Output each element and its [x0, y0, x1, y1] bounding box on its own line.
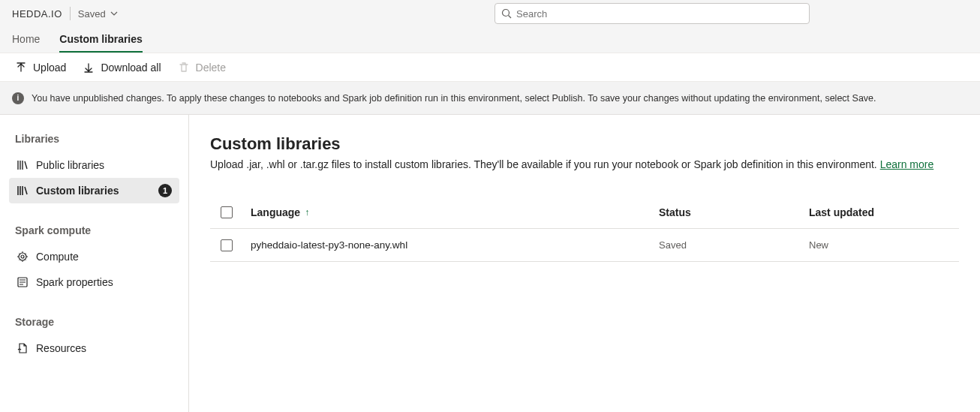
books-icon [17, 159, 29, 171]
delete-label: Delete [196, 62, 226, 74]
info-text: You have unpublished changes. To apply t… [32, 93, 876, 104]
sidebar-item-label: Compute [36, 251, 79, 263]
chevron-down-icon [110, 10, 118, 17]
sidebar-item-public-libraries[interactable]: Public libraries [9, 152, 179, 178]
table-header: Language ↑ Status Last updated [210, 196, 959, 229]
sidebar-section-libraries: Libraries [15, 133, 173, 145]
select-all-checkbox[interactable] [221, 206, 233, 218]
download-all-button[interactable]: Download all [83, 62, 161, 74]
row-select-cell [210, 239, 251, 251]
main-split: Libraries Public libraries Custom librar… [0, 115, 980, 412]
upload-button[interactable]: Upload [15, 62, 66, 74]
sidebar: Libraries Public libraries Custom librar… [0, 115, 189, 412]
search-icon [501, 8, 512, 19]
upload-label: Upload [33, 62, 66, 74]
col-language-label: Language [251, 206, 300, 218]
info-icon: i [12, 92, 24, 104]
search-input[interactable] [516, 8, 803, 20]
saved-label: Saved [78, 8, 106, 20]
tab-custom-libraries[interactable]: Custom libraries [59, 33, 142, 53]
divider [70, 7, 71, 20]
page-subtext: Upload .jar, .whl or .tar.gz files to in… [210, 158, 959, 170]
list-icon [17, 276, 29, 288]
svg-point-0 [503, 10, 510, 17]
cell-last-updated: New [809, 239, 959, 251]
tab-row: Home Custom libraries [0, 27, 980, 53]
svg-line-1 [509, 16, 512, 19]
search-container [495, 3, 810, 24]
sidebar-item-label: Custom libraries [36, 185, 119, 197]
sidebar-section-spark-compute: Spark compute [15, 224, 173, 236]
delete-button: Delete [178, 62, 226, 74]
download-icon [83, 62, 95, 74]
sidebar-item-spark-properties[interactable]: Spark properties [9, 269, 179, 295]
page-heading: Custom libraries [210, 134, 959, 154]
table-row[interactable]: pyheddaio-latest-py3-none-any.whl Saved … [210, 229, 959, 262]
col-status[interactable]: Status [659, 206, 809, 218]
sidebar-item-resources[interactable]: Resources [9, 335, 179, 361]
saved-dropdown[interactable]: Saved [78, 8, 118, 20]
download-all-label: Download all [101, 62, 161, 74]
content-area: Custom libraries Upload .jar, .whl or .t… [189, 115, 980, 412]
learn-more-link[interactable]: Learn more [880, 158, 934, 170]
svg-point-3 [21, 255, 24, 258]
app-title: HEDDA.IO [12, 8, 62, 20]
upload-icon [15, 62, 27, 74]
file-icon [17, 342, 29, 354]
sidebar-item-label: Spark properties [36, 276, 113, 288]
page-subtext-text: Upload .jar, .whl or .tar.gz files to in… [210, 158, 880, 170]
libraries-table: Language ↑ Status Last updated pyheddaio… [210, 196, 959, 262]
gear-icon [17, 251, 29, 263]
sidebar-item-compute[interactable]: Compute [9, 244, 179, 269]
col-last-updated[interactable]: Last updated [809, 206, 959, 218]
count-badge: 1 [158, 184, 172, 197]
select-all-cell [210, 206, 251, 218]
sort-asc-icon: ↑ [305, 207, 309, 218]
col-language[interactable]: Language ↑ [251, 206, 659, 218]
sidebar-item-custom-libraries[interactable]: Custom libraries 1 [9, 178, 179, 203]
trash-icon [178, 62, 190, 74]
top-bar: HEDDA.IO Saved [0, 0, 980, 27]
search-box[interactable] [495, 3, 810, 24]
tab-home[interactable]: Home [12, 33, 40, 53]
sidebar-section-storage: Storage [15, 316, 173, 328]
row-checkbox[interactable] [221, 239, 233, 251]
command-bar: Upload Download all Delete [0, 53, 980, 82]
books-icon [17, 185, 29, 197]
sidebar-item-label: Public libraries [36, 159, 104, 171]
cell-language: pyheddaio-latest-py3-none-any.whl [251, 239, 659, 251]
sidebar-item-label: Resources [36, 342, 86, 354]
info-banner: i You have unpublished changes. To apply… [0, 82, 980, 115]
cell-status: Saved [659, 239, 809, 251]
